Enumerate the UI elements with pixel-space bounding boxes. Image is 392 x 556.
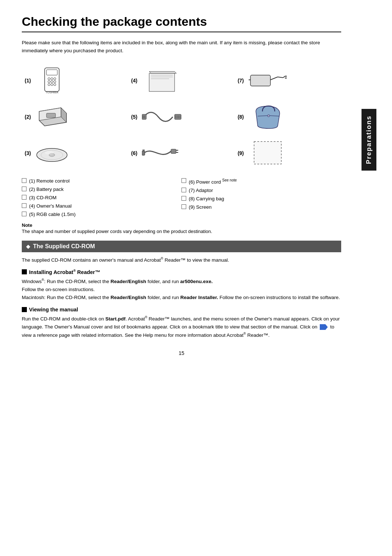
checklist-item-1: (1) Remote control <box>22 177 181 185</box>
start-pdf-bold: Start.pdf <box>105 316 126 322</box>
side-tab: Preparations <box>359 0 378 556</box>
checklist-label-4: (4) Owner's Manual <box>29 202 72 210</box>
reader-installer-bold: Reader Installer. <box>180 295 218 300</box>
checklist-item-2: (2) Battery pack <box>22 185 181 194</box>
cdrom-header-text: The Supplied CD-ROM <box>33 243 95 250</box>
black-square-2 <box>22 307 27 312</box>
installing-title-text: Installing Acrobat® Reader™ <box>29 269 100 275</box>
svg-rect-13 <box>149 73 175 91</box>
checklist-col-left: (1) Remote control (2) Battery pack (3) … <box>22 177 181 219</box>
item-1-image: TOSHIBA <box>36 66 68 95</box>
checklist-item-6: (6) Power cord See note <box>181 177 341 186</box>
svg-line-20 <box>283 76 285 78</box>
svg-point-10 <box>54 83 56 86</box>
checkbox-8 <box>181 196 186 201</box>
svg-rect-42 <box>142 151 145 155</box>
checkbox-3 <box>22 195 26 200</box>
checklist-section: (1) Remote control (2) Battery pack (3) … <box>22 177 341 219</box>
checkbox-5 <box>22 212 26 216</box>
checklist-label-3: (3) CD-ROM <box>29 194 57 202</box>
checkbox-4 <box>22 203 26 208</box>
checklist-label-6: (6) Power cord See note <box>189 177 237 186</box>
svg-point-41 <box>45 151 54 155</box>
item-7-image <box>249 66 289 95</box>
checklist-item-5: (5) RGB cable (1.5m) <box>22 210 181 219</box>
svg-rect-45 <box>171 149 176 154</box>
black-square-1 <box>22 269 27 274</box>
item-9-number: (9) <box>238 150 245 156</box>
grid-item-7: (7) <box>235 62 341 99</box>
page-wrapper: Checking the package contents Please mak… <box>0 0 392 556</box>
item-6-number: (6) <box>131 150 138 156</box>
diamond-icon: ◆ <box>26 244 30 249</box>
side-tab-label: Preparations <box>362 109 376 171</box>
installing-title: Installing Acrobat® Reader™ <box>22 269 341 275</box>
svg-point-9 <box>51 83 53 86</box>
rgb-cable-svg <box>142 102 182 131</box>
intro-text: Please make sure that the following item… <box>22 39 341 54</box>
checklist-label-1: (1) Remote control <box>29 177 70 185</box>
checklist-item-4: (4) Owner's Manual <box>22 202 181 210</box>
cdrom-header: ◆ The Supplied CD-ROM <box>22 241 341 252</box>
item-5-number: (5) <box>131 114 138 120</box>
checklist-item-8: (8) Carrying bag <box>181 195 341 203</box>
battery-pack-svg <box>36 104 72 130</box>
installing-content: Windows®: Run the CD-ROM, select the Rea… <box>22 277 341 302</box>
viewing-title: Viewing the manual <box>22 307 341 312</box>
checklist-label-7: (7) Adaptor <box>189 187 213 195</box>
grid-item-2: (2) <box>22 99 128 135</box>
svg-rect-17 <box>250 75 270 86</box>
item-3-image <box>36 140 72 166</box>
grid-item-4: (4) <box>128 62 234 99</box>
svg-point-6 <box>51 81 53 83</box>
main-content: Checking the package contents Please mak… <box>0 0 359 556</box>
grid-item-8: (8) <box>235 99 341 135</box>
screen-svg <box>249 139 289 168</box>
ar500-bold: ar500enu.exe. <box>180 278 213 284</box>
svg-rect-48 <box>254 142 281 164</box>
item-3-number: (3) <box>25 150 32 156</box>
cdrom-intro: The supplied CD-ROM contains an owner's … <box>22 256 341 264</box>
svg-point-8 <box>48 83 50 86</box>
grid-item-3: (3) <box>22 135 128 171</box>
page-number: 15 <box>22 350 341 356</box>
svg-line-18 <box>270 77 278 80</box>
svg-point-7 <box>54 81 56 83</box>
checklist-item-7: (7) Adaptor <box>181 187 341 195</box>
svg-point-5 <box>48 81 50 83</box>
svg-line-19 <box>278 77 283 78</box>
item-2-number: (2) <box>25 114 32 120</box>
item-4-number: (4) <box>131 78 138 83</box>
item-4-image <box>142 66 182 95</box>
checkbox-2 <box>22 187 26 191</box>
item-2-image <box>36 104 72 130</box>
checklist-item-9: (9) Screen <box>181 203 341 212</box>
reader-english-bold-2: Reader/English <box>111 295 146 300</box>
svg-point-37 <box>268 115 270 117</box>
item-5-image <box>142 102 182 131</box>
blue-arrow-icon <box>320 324 328 330</box>
cd-rom-svg <box>36 140 72 166</box>
item-8-image <box>249 102 289 131</box>
checkbox-9 <box>181 204 186 209</box>
note-title: Note <box>22 222 341 228</box>
svg-point-3 <box>51 78 53 80</box>
adaptor-svg <box>249 66 289 95</box>
checkbox-7 <box>181 188 186 192</box>
svg-marker-12 <box>149 71 176 73</box>
grid-item-5: (5) <box>128 99 234 135</box>
checkbox-1 <box>22 178 26 183</box>
installing-windows-line: Windows®: Run the CD-ROM, select the Rea… <box>22 277 341 286</box>
checklist-label-5: (5) RGB cable (1.5m) <box>29 210 75 219</box>
item-7-number: (7) <box>238 78 245 83</box>
item-8-number: (8) <box>238 114 245 120</box>
checklist-item-3: (3) CD-ROM <box>22 194 181 202</box>
checklist-label-2: (2) Battery pack <box>29 185 64 194</box>
svg-text:TOSHIBA: TOSHIBA <box>46 91 59 94</box>
svg-point-2 <box>48 78 50 80</box>
note-text: The shape and number of supplied power c… <box>22 229 341 234</box>
grid-item-1: (1) TOSHIBA <box>22 62 128 99</box>
item-9-image <box>249 139 289 168</box>
checklist-label-9: (9) Screen <box>189 203 212 212</box>
owners-manual-svg <box>142 66 182 95</box>
